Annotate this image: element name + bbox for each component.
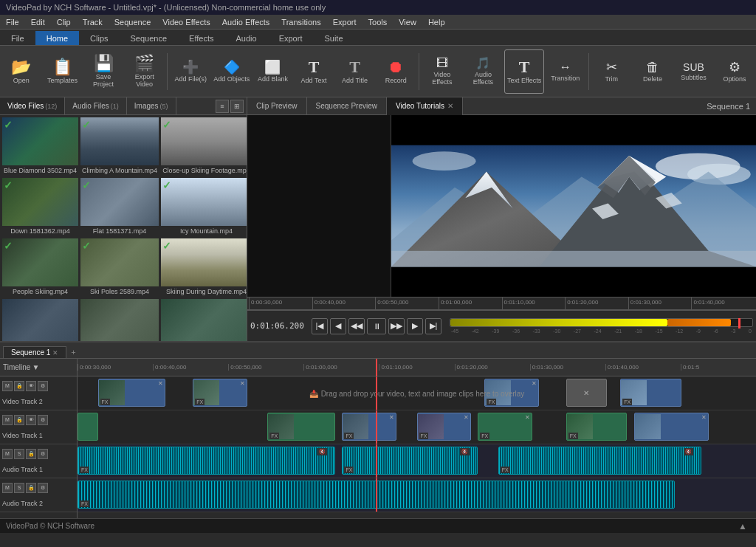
track-clip-video[interactable]	[78, 413, 98, 441]
track-clip-video[interactable]: FX	[267, 413, 335, 441]
tab-effects[interactable]: Effects	[178, 31, 224, 45]
menu-help[interactable]: Help	[422, 16, 451, 28]
tab-clip-preview[interactable]: Clip Preview	[247, 97, 307, 115]
fast-forward-button[interactable]: ▶▶	[388, 318, 405, 334]
clip-close-icon[interactable]: ✕	[701, 414, 707, 421]
delete-button[interactable]: 🗑 Delete	[633, 49, 673, 94]
track-clip[interactable]: FX ✕	[417, 413, 472, 441]
track-lock-button[interactable]: 🔒	[14, 381, 24, 391]
track-solo-button[interactable]: S	[14, 483, 24, 493]
media-item[interactable]: ✓ People Skiing.mp4	[2, 238, 78, 297]
clip-close-icon[interactable]: ✕	[464, 414, 469, 421]
record-button[interactable]: ⏺ Record	[376, 49, 416, 94]
templates-button[interactable]: 📋 Templates	[43, 49, 83, 94]
add-objects-button[interactable]: 🔷 Add Objects	[212, 49, 252, 94]
track-mute-button[interactable]: M	[2, 449, 13, 459]
next-frame-button[interactable]: ▶	[407, 318, 423, 334]
track-row-audio1[interactable]: FX 🔇 FX 🔇 FX 🔇	[78, 444, 756, 478]
track-clip[interactable]: ✕	[634, 413, 709, 441]
tab-home[interactable]: Home	[35, 31, 79, 45]
audio-effects-button[interactable]: 🎵 Audio Effects	[464, 49, 504, 94]
track-row-video2[interactable]: 📥 Drag and drop your video, text and ima…	[78, 376, 756, 410]
media-item[interactable]: ✓ Ski Poles 2589.mp4	[80, 238, 159, 297]
menu-edit[interactable]: Edit	[25, 16, 51, 28]
media-item[interactable]: ✓ Climbing A Mountain.mp4	[80, 117, 159, 176]
sequence-tab-1[interactable]: Sequence 1 ✕	[3, 346, 66, 358]
prev-frame-button[interactable]: ◀	[330, 318, 346, 334]
track-row-video1[interactable]: FX FX ✕ FX ✕ ✕ FX FX	[78, 410, 756, 444]
tab-file[interactable]: File	[0, 31, 35, 45]
track-clip[interactable]: FX ✕	[98, 379, 166, 407]
tab-clips[interactable]: Clips	[79, 31, 119, 45]
media-item[interactable]: ✓ Flat 1581371.mp4	[80, 178, 159, 236]
trim-button[interactable]: ✂ Trim	[591, 49, 631, 94]
media-item[interactable]	[161, 299, 247, 341]
track-mute-button[interactable]: M	[2, 483, 13, 493]
tab-export[interactable]: Export	[268, 31, 314, 45]
options-button[interactable]: ⚙ Options	[715, 49, 755, 94]
track-lock-button[interactable]: 🔒	[14, 415, 24, 425]
text-effects-button[interactable]: T Text Effects	[504, 49, 544, 94]
menu-view[interactable]: View	[393, 16, 422, 28]
menu-video-effects[interactable]: Video Effects	[157, 16, 216, 28]
export-video-button[interactable]: 🎬 Export Video	[125, 49, 165, 94]
menu-track[interactable]: Track	[77, 16, 109, 28]
add-blank-button[interactable]: ⬜ Add Blank	[253, 49, 293, 94]
track-settings-button[interactable]: ⚙	[38, 415, 48, 425]
clip-close-icon[interactable]: ✕	[240, 380, 245, 387]
close-tab-icon[interactable]: ✕	[447, 102, 453, 110]
menu-clip[interactable]: Clip	[51, 16, 77, 28]
track-solo-button[interactable]: S	[14, 449, 24, 459]
track-eye-button[interactable]: 👁	[26, 415, 36, 425]
add-title-button[interactable]: T Add Title	[335, 49, 375, 94]
media-tab-audio[interactable]: Audio Files (1)	[65, 97, 126, 114]
track-row-audio2[interactable]: FX	[78, 478, 756, 512]
track-clip-delete[interactable]: ✕	[566, 379, 607, 407]
tab-sequence[interactable]: Sequence	[120, 31, 179, 45]
media-item[interactable]: ✓ Icy Mountain.mp4	[161, 178, 247, 236]
media-item[interactable]: ✓ Skiing During Daytime.mp4	[161, 238, 247, 297]
audio-clip[interactable]: FX 🔇	[498, 447, 702, 475]
add-text-button[interactable]: T Add Text	[294, 49, 334, 94]
menu-transitions[interactable]: Transitions	[275, 16, 326, 28]
clip-close-icon[interactable]: ✕	[158, 380, 163, 387]
media-view-grid-button[interactable]: ⊞	[230, 100, 244, 113]
media-item[interactable]	[80, 299, 159, 341]
track-lock-button[interactable]: 🔒	[26, 483, 36, 493]
clip-close-icon[interactable]: ✕	[389, 414, 394, 421]
tab-audio[interactable]: Audio	[225, 31, 268, 45]
track-lock-button[interactable]: 🔒	[26, 449, 36, 459]
track-clip-video[interactable]: ✕ FX	[478, 413, 532, 441]
track-clip[interactable]: FX	[620, 379, 681, 407]
media-item[interactable]	[2, 299, 78, 341]
add-files-button[interactable]: ➕ Add File(s)	[171, 49, 210, 94]
tab-video-tutorials[interactable]: Video Tutorials ✕	[387, 97, 463, 115]
rewind-button[interactable]: ◀◀	[348, 318, 365, 334]
add-sequence-button[interactable]: +	[66, 346, 80, 358]
menu-sequence[interactable]: Sequence	[109, 16, 157, 28]
progress-track[interactable]	[450, 318, 753, 327]
clip-close-icon[interactable]: ✕	[532, 380, 537, 387]
video-effects-button[interactable]: 🎞 Video Effects	[422, 49, 462, 94]
menu-audio-effects[interactable]: Audio Effects	[216, 16, 276, 28]
track-settings-button[interactable]: ⚙	[38, 381, 48, 391]
track-settings-button[interactable]: ⚙	[38, 483, 48, 493]
media-item[interactable]: ✓ ♪ Close-up Skiing Footage.mp4	[161, 117, 247, 176]
media-tab-video[interactable]: Video Files (12)	[0, 97, 65, 114]
transition-button[interactable]: ↔ Transition	[546, 49, 585, 94]
tab-suite[interactable]: Suite	[313, 31, 354, 45]
media-view-list-button[interactable]: ≡	[216, 100, 229, 113]
track-clip[interactable]: FX ✕	[342, 413, 396, 441]
menu-tools[interactable]: Tools	[362, 16, 394, 28]
audio-clip[interactable]: FX 🔇	[342, 447, 478, 475]
track-clip[interactable]: FX ✕	[193, 379, 247, 407]
media-item[interactable]: ✓ Down 1581362.mp4	[2, 178, 78, 236]
subtitles-button[interactable]: SUB Subtitles	[674, 49, 714, 94]
go-end-button[interactable]: ▶|	[425, 318, 441, 334]
track-eye-button[interactable]: 👁	[26, 381, 36, 391]
audio-clip[interactable]: FX 🔇	[78, 447, 335, 475]
menu-export[interactable]: Export	[327, 16, 362, 28]
track-mute-button[interactable]: M	[2, 381, 13, 391]
media-tab-images[interactable]: Images (5)	[127, 97, 176, 114]
play-pause-button[interactable]: ⏸	[367, 318, 386, 334]
